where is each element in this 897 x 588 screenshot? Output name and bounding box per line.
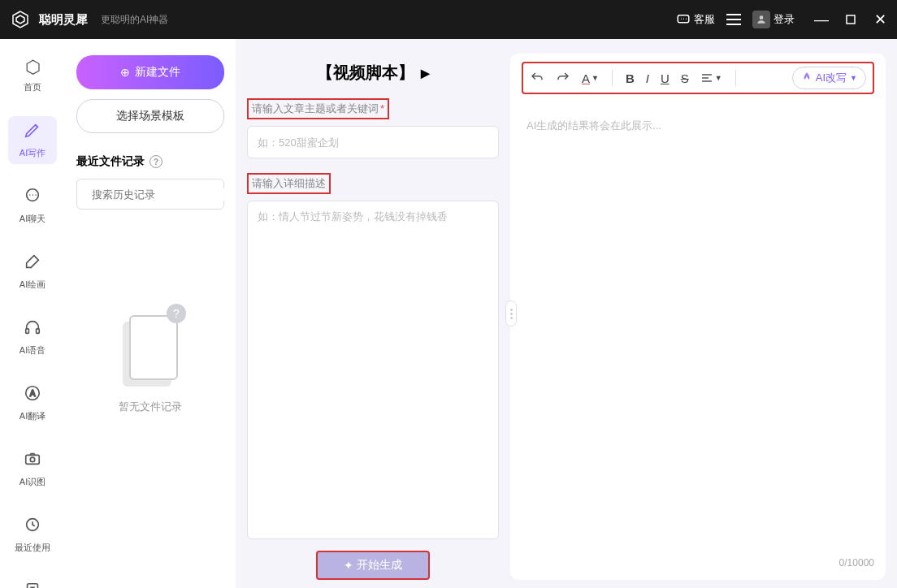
new-file-label: 新建文件 [135,65,180,80]
svg-rect-4 [26,329,29,334]
separator [612,70,613,86]
detail-textarea[interactable] [247,201,499,539]
pen-icon [24,121,41,144]
plus-icon: ⊕ [120,66,130,79]
topic-label: 请输入文章主题或者关键词* [247,98,389,119]
app-title: 聪明灵犀 [39,12,88,28]
titlebar: 聪明灵犀 更聪明的AI神器 客服 登录 — ✕ [0,0,897,39]
minimize-button[interactable]: — [814,12,829,27]
topic-input[interactable] [247,126,499,158]
login-button[interactable]: 登录 [752,11,795,28]
empty-text: 暂无文件记录 [119,400,182,414]
search-box[interactable] [76,179,224,210]
chevron-down-icon: ▼ [850,74,857,82]
sidebar-item-recent[interactable]: 最近使用 [8,511,57,559]
italic-button[interactable]: I [646,71,649,85]
bold-button[interactable]: B [626,71,635,85]
brush-icon [24,253,41,275]
menu-button[interactable] [726,14,741,25]
login-label: 登录 [774,12,795,27]
generate-button[interactable]: ✦ 开始生成 [316,551,430,580]
leaf-icon [801,71,812,85]
recent-header-label: 最近文件记录 [76,154,145,169]
redo-button[interactable] [556,71,570,85]
sidebar: ⬡ 首页 AI写作 AI聊天 AI绘画 AI语音 [0,39,65,588]
sidebar-item-paint[interactable]: AI绘画 [8,248,57,296]
chevron-down-icon: ▼ [592,74,599,82]
sidebar-label: AI语音 [20,344,46,357]
detail-label: 请输入详细描述 [247,173,331,194]
title-text: 【视频脚本】 [317,62,414,84]
file-panel: ⊕ 新建文件 选择场景模板 最近文件记录 ? ? 暂无文件记录 [65,39,236,588]
maximize-button[interactable] [843,12,858,27]
font-color-button[interactable]: A ▼ [582,71,599,85]
titlebar-right: 客服 登录 — ✕ [676,11,887,28]
generate-label: 开始生成 [357,558,402,573]
titlebar-left: 聪明灵犀 更聪明的AI神器 [10,9,168,30]
svg-point-9 [30,457,35,462]
search-input[interactable] [92,188,228,201]
output-placeholder: AI生成的结果将会在此展示... [522,94,874,557]
char-count: 0/10000 [522,557,874,572]
file-icon [24,582,41,588]
sidebar-label: AI写作 [20,147,46,159]
svg-rect-5 [37,329,40,334]
ai-rewrite-button[interactable]: AI改写 ▼ [792,67,866,89]
sparkle-icon: ✦ [344,559,353,572]
content-area: 【视频脚本】 ▶ 请输入文章主题或者关键词* 请输入详细描述 ✦ 开始生成 [236,39,897,588]
template-button[interactable]: 选择场景模板 [76,99,224,133]
sidebar-item-files[interactable]: 我的文件 [8,577,57,588]
support-label: 客服 [694,12,715,27]
underline-button[interactable]: U [661,71,670,85]
help-icon[interactable]: ? [150,155,162,168]
output-column: A ▼ B I U S ▼ [510,54,886,580]
page-title: 【视频脚本】 ▶ [247,62,499,84]
svg-rect-8 [26,455,40,464]
sidebar-item-home[interactable]: ⬡ 首页 [8,52,57,98]
svg-point-1 [760,15,764,19]
close-button[interactable]: ✕ [873,12,887,27]
sidebar-label: AI聊天 [20,213,46,225]
app-logo-icon [10,9,31,30]
sidebar-item-voice[interactable]: AI语音 [8,313,57,361]
svg-rect-2 [847,15,855,24]
svg-text:A: A [30,389,36,398]
resize-handle[interactable] [505,300,517,326]
home-icon: ⬡ [25,57,41,78]
chat-icon [24,187,41,210]
undo-button[interactable] [530,71,544,85]
headphone-icon [24,318,41,341]
editor-toolbar: A ▼ B I U S ▼ [522,62,874,94]
sidebar-item-writing[interactable]: AI写作 [8,116,57,164]
sidebar-label: 首页 [24,81,41,93]
sidebar-label: AI翻译 [20,410,46,422]
sidebar-label: AI绘画 [20,279,46,291]
play-icon[interactable]: ▶ [421,67,430,80]
empty-state: ? 暂无文件记录 [76,307,224,414]
main-area: ⬡ 首页 AI写作 AI聊天 AI绘画 AI语音 [0,39,897,588]
app-tagline: 更聪明的AI神器 [101,13,168,27]
strike-button[interactable]: S [681,71,689,85]
chat-icon [676,12,691,27]
sidebar-item-image[interactable]: AI识图 [8,445,57,493]
sidebar-label: AI识图 [20,476,46,488]
align-button[interactable]: ▼ [700,71,722,84]
sidebar-item-chat[interactable]: AI聊天 [8,182,57,230]
sidebar-label: 最近使用 [15,542,50,554]
history-icon [24,516,41,538]
new-file-button[interactable]: ⊕ 新建文件 [76,55,224,89]
support-button[interactable]: 客服 [676,12,715,27]
recent-files-header: 最近文件记录 ? [76,154,224,169]
rewrite-label: AI改写 [816,71,847,85]
separator [735,70,736,86]
translate-icon: A [24,384,41,407]
sidebar-item-translate[interactable]: A AI翻译 [8,379,57,427]
avatar-icon [752,11,770,28]
chevron-down-icon: ▼ [715,74,722,82]
camera-icon [24,450,41,473]
empty-illustration-icon: ? [118,307,183,388]
input-column: 【视频脚本】 ▶ 请输入文章主题或者关键词* 请输入详细描述 ✦ 开始生成 [247,54,499,580]
window-controls: — ✕ [814,12,887,27]
